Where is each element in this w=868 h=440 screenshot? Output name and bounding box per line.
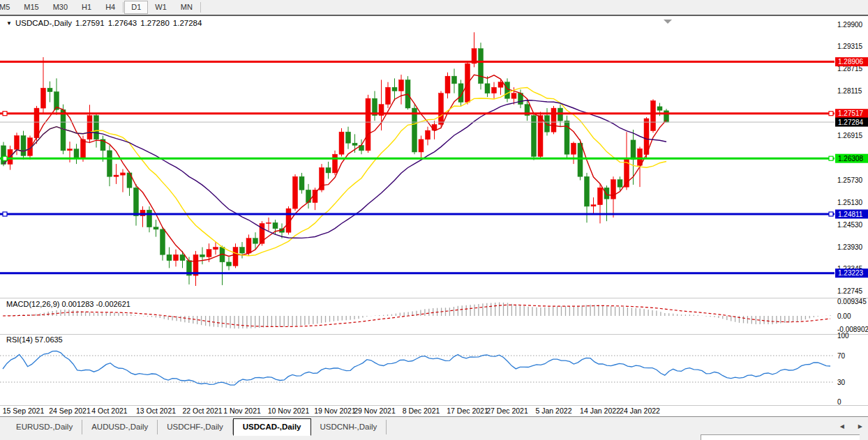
svg-text:1.27284: 1.27284 xyxy=(838,119,864,126)
svg-text:0.00: 0.00 xyxy=(837,312,851,320)
chart-tab-bar: EURUSD-,Daily AUDUSD-,Daily USDCHF-,Dail… xyxy=(0,416,868,440)
rsi-panel: 10070300 xyxy=(0,332,849,406)
svg-text:1.26308: 1.26308 xyxy=(838,155,864,162)
rsi-indicator-label: RSI(14) 57.0635 xyxy=(6,335,63,344)
timeframe-button-d1[interactable]: D1 xyxy=(124,1,148,14)
price-axis[interactable]: 1.299001.293151.287151.281151.269151.257… xyxy=(835,21,868,295)
ohlc-open: 1.27591 xyxy=(75,19,105,27)
svg-text:1.24811: 1.24811 xyxy=(838,211,863,218)
ohlc-high: 1.27643 xyxy=(108,19,137,27)
tab-usdcad-daily[interactable]: USDCAD-,Daily xyxy=(233,418,311,436)
timeframe-button-h1[interactable]: H1 xyxy=(75,1,98,14)
chart-tabs: EURUSD-,Daily AUDUSD-,Daily USDCHF-,Dail… xyxy=(7,418,387,434)
svg-text:100: 100 xyxy=(837,332,849,340)
svg-text:29 Nov 2021: 29 Nov 2021 xyxy=(354,407,396,415)
tab-audusd-daily[interactable]: AUDUSD-,Daily xyxy=(82,420,158,434)
svg-text:13 Oct 2021: 13 Oct 2021 xyxy=(136,407,176,415)
svg-text:1.28906: 1.28906 xyxy=(838,58,864,66)
svg-text:1.22745: 1.22745 xyxy=(837,287,863,295)
svg-text:15 Sep 2021: 15 Sep 2021 xyxy=(3,407,45,415)
timeframe-button-m15[interactable]: M15 xyxy=(17,1,45,14)
svg-text:1 Nov 2021: 1 Nov 2021 xyxy=(223,407,261,415)
svg-text:10 Nov 2021: 10 Nov 2021 xyxy=(268,407,310,415)
chart-symbol-label: USDCAD-,Daily xyxy=(15,19,72,27)
macd-panel: 0.0093450.00-0.008902 xyxy=(3,298,868,333)
svg-text:24 Sep 2021: 24 Sep 2021 xyxy=(49,407,91,415)
chart-canvas[interactable]: 1.299001.293151.287151.281151.269151.257… xyxy=(0,16,868,417)
timeframe-button-m30[interactable]: M30 xyxy=(46,1,75,14)
svg-text:1.24530: 1.24530 xyxy=(837,221,863,229)
svg-text:5 Jan 2022: 5 Jan 2022 xyxy=(536,407,572,415)
horizontal-line-1.27517[interactable] xyxy=(0,112,835,116)
tab-scroll-right-icon[interactable]: ▶ xyxy=(858,423,862,430)
svg-text:14 Jan 2022: 14 Jan 2022 xyxy=(580,407,620,415)
svg-text:1.25730: 1.25730 xyxy=(837,176,863,184)
macd-name: MACD(12,26,9) xyxy=(6,300,59,308)
macd-current-values: 0.001283 -0.002621 xyxy=(61,300,130,308)
svg-text:22 Oct 2021: 22 Oct 2021 xyxy=(182,407,222,415)
timeframe-toolbar: M5 M15 M30 H1 H4 D1 W1 MN xyxy=(0,0,868,16)
panel-separators xyxy=(0,298,868,406)
svg-text:1.29315: 1.29315 xyxy=(837,43,863,50)
svg-text:70: 70 xyxy=(837,352,846,360)
svg-text:0.009345: 0.009345 xyxy=(837,298,867,305)
ohlc-close: 1.27284 xyxy=(173,19,202,27)
svg-text:1.27517: 1.27517 xyxy=(838,109,864,117)
toolbar-separator xyxy=(200,2,201,13)
ohlc-low: 1.27280 xyxy=(140,19,170,27)
svg-text:1.26915: 1.26915 xyxy=(837,132,863,139)
timeframe-button-h4[interactable]: H4 xyxy=(98,1,122,14)
timeframe-button-mn[interactable]: MN xyxy=(174,1,200,14)
chart-shift-marker-icon[interactable] xyxy=(664,20,672,24)
svg-text:4 Oct 2021: 4 Oct 2021 xyxy=(91,407,128,415)
tab-usdchf-daily[interactable]: USDCHF-,Daily xyxy=(158,420,233,434)
svg-text:1.23930: 1.23930 xyxy=(837,243,863,251)
svg-text:1.23223: 1.23223 xyxy=(838,269,864,277)
rsi-current-value: 57.0635 xyxy=(35,335,63,344)
timeframe-button-m5[interactable]: M5 xyxy=(0,1,17,14)
macd-indicator-label: MACD(12,26,9) 0.001283 -0.002621 xyxy=(6,300,130,308)
svg-text:19 Nov 2021: 19 Nov 2021 xyxy=(314,407,356,415)
rsi-name: RSI(14) xyxy=(6,335,33,344)
status-bar-inset xyxy=(701,434,860,440)
toolbar-separator xyxy=(123,2,124,13)
tab-eurusd-daily[interactable]: EURUSD-,Daily xyxy=(7,420,82,434)
svg-text:1.25130: 1.25130 xyxy=(837,199,863,206)
trading-terminal-window: M5 M15 M30 H1 H4 D1 W1 MN ▼USDCAD-,Daily… xyxy=(0,0,868,440)
timeframe-button-w1[interactable]: W1 xyxy=(148,1,174,14)
svg-text:1.28115: 1.28115 xyxy=(837,87,862,95)
horizontal-line-1.26308[interactable] xyxy=(0,156,835,160)
svg-text:27 Dec 2021: 27 Dec 2021 xyxy=(486,407,528,415)
svg-text:0: 0 xyxy=(837,398,841,406)
tab-scroll-left-icon[interactable]: ◀ xyxy=(840,423,844,430)
date-axis[interactable]: 15 Sep 202124 Sep 20214 Oct 202113 Oct 2… xyxy=(3,407,660,415)
dropdown-arrow-icon[interactable]: ▼ xyxy=(6,20,12,26)
svg-text:24 Jan 2022: 24 Jan 2022 xyxy=(620,407,660,415)
horizontal-line-1.24811[interactable] xyxy=(0,212,835,216)
svg-text:17 Dec 2021: 17 Dec 2021 xyxy=(447,407,488,415)
svg-text:30: 30 xyxy=(837,379,846,386)
chart-title: ▼USDCAD-,Daily1.275911.276431.272801.272… xyxy=(6,19,202,27)
svg-text:8 Dec 2021: 8 Dec 2021 xyxy=(403,407,440,415)
svg-text:1.29900: 1.29900 xyxy=(837,21,863,29)
tab-usdcnh-daily[interactable]: USDCNH-,Daily xyxy=(311,420,387,434)
